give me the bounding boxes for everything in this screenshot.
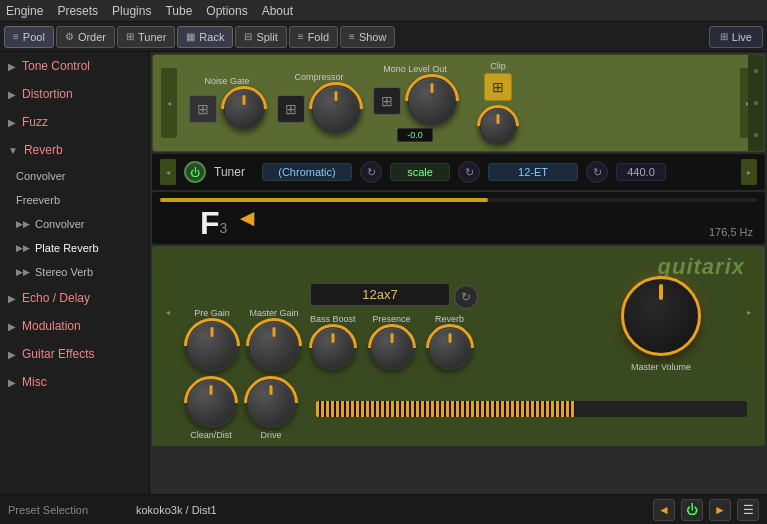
status-icons: ◄ ⏻ ► ☰ xyxy=(653,499,759,521)
menu-about[interactable]: About xyxy=(262,4,293,18)
tuner-cycle-btn-1[interactable]: ↻ xyxy=(360,161,382,183)
menu-plugins[interactable]: Plugins xyxy=(112,4,151,18)
tuner-nav-left[interactable]: ◂ xyxy=(160,159,176,185)
master-volume-label: Master Volume xyxy=(631,362,691,372)
presence-knob-wrap xyxy=(370,326,414,370)
noise-gate-knob-wrap xyxy=(223,88,265,130)
master-volume-area: Master Volume xyxy=(488,276,731,372)
noise-gate-grid-btn[interactable]: ⊞ xyxy=(189,95,217,123)
sidebar-sub-freeverb[interactable]: Freeverb xyxy=(0,188,149,212)
sidebar-item-reverb[interactable]: ▼ Reverb xyxy=(0,136,149,164)
status-bar: Preset Selection kokoko3k / Dist1 ◄ ⏻ ► … xyxy=(0,494,767,524)
pre-gain-knob[interactable] xyxy=(186,320,238,372)
bass-boost-knob[interactable] xyxy=(311,326,355,370)
status-menu-icon[interactable]: ☰ xyxy=(737,499,759,521)
tuner-note-display: F 3 xyxy=(180,205,227,242)
bass-boost-knob-wrap xyxy=(311,326,355,370)
clip-label: Clip xyxy=(490,61,506,71)
tuner-icon: ⊞ xyxy=(126,31,134,42)
tuner-chromatic-select[interactable]: (Chromatic) xyxy=(262,163,352,181)
compressor-knob[interactable] xyxy=(311,84,361,134)
arrow-right-icon-4: ▶ xyxy=(8,293,16,304)
tuner-power-button[interactable]: ⏻ xyxy=(184,161,206,183)
pool-button[interactable]: ≡ Pool xyxy=(4,26,54,48)
show-button[interactable]: ≡ Show xyxy=(340,26,395,48)
fx-side-nav xyxy=(748,55,764,151)
fold-button[interactable]: ≡ Fold xyxy=(289,26,338,48)
clip-knob[interactable] xyxy=(479,107,517,145)
tuner-bar-fill xyxy=(160,198,488,202)
master-volume-knob[interactable] xyxy=(621,276,701,356)
sidebar-item-guitar-effects[interactable]: ▶ Guitar Effects xyxy=(0,340,149,368)
pool-icon: ≡ xyxy=(13,31,19,42)
arrow-right-icon-7: ▶ xyxy=(8,377,16,388)
compressor-grid-btn[interactable]: ⊞ xyxy=(277,95,305,123)
menu-tube[interactable]: Tube xyxy=(165,4,192,18)
mono-level-knob-wrap xyxy=(407,76,457,126)
live-button[interactable]: ⊞ Live xyxy=(709,26,763,48)
master-gain-knob-wrap xyxy=(248,320,300,372)
mono-level-knob[interactable] xyxy=(407,76,457,126)
sidebar-sub-convolver1[interactable]: Convolver xyxy=(0,164,149,188)
pre-gain-knob-wrap xyxy=(186,320,238,372)
order-button[interactable]: ⚙ Order xyxy=(56,26,115,48)
status-power-icon[interactable]: ⏻ xyxy=(681,499,703,521)
presence-knob[interactable] xyxy=(370,326,414,370)
noise-gate-group: Noise Gate ⊞ xyxy=(189,76,265,130)
mono-level-grid-btn[interactable]: ⊞ xyxy=(373,87,401,115)
drive-knob[interactable] xyxy=(246,378,296,428)
split-button[interactable]: ⊟ Split xyxy=(235,26,286,48)
clip-knob-wrap xyxy=(479,107,517,145)
reverb-knob[interactable] xyxy=(428,326,472,370)
guitarix-bottom-row: Clean/Dist Drive xyxy=(160,378,757,440)
tube-cycle-btn[interactable]: ↻ xyxy=(454,285,478,309)
sidebar-item-echo-delay[interactable]: ▶ Echo / Delay xyxy=(0,284,149,312)
compressor-group: Compressor ⊞ xyxy=(277,72,361,134)
status-arrow-right-icon[interactable]: ► xyxy=(709,499,731,521)
db-display: -0.0 xyxy=(397,128,433,142)
arrow-right-icon-2: ▶ xyxy=(8,89,16,100)
guitarix-nav-left[interactable]: ◂ xyxy=(160,252,176,372)
master-gain-group: Master Gain xyxy=(248,308,300,372)
sidebar-item-modulation[interactable]: ▶ Modulation xyxy=(0,312,149,340)
sidebar-item-misc[interactable]: ▶ Misc xyxy=(0,368,149,396)
tuner-nav-right[interactable]: ▸ xyxy=(741,159,757,185)
menu-bar: Engine Presets Plugins Tube Options Abou… xyxy=(0,0,767,22)
menu-engine[interactable]: Engine xyxy=(6,4,43,18)
eq-bar-fill xyxy=(316,401,575,417)
rack-button[interactable]: ▦ Rack xyxy=(177,26,233,48)
clip-group: Clip ⊞ xyxy=(479,61,517,145)
clean-dist-knob[interactable] xyxy=(186,378,236,428)
sidebar-sub-stereo-verb[interactable]: ▶▶ Stereo Verb xyxy=(0,260,149,284)
clip-button[interactable]: ⊞ xyxy=(484,73,512,101)
master-gain-knob[interactable] xyxy=(248,320,300,372)
tuner-hz-display: 440.0 xyxy=(616,163,666,181)
sidebar-sub-convolver2[interactable]: ▶▶ Convolver xyxy=(0,212,149,236)
tube-model-select[interactable]: 12ax7 xyxy=(310,283,450,306)
eq-bar-area xyxy=(316,401,747,417)
preset-value: kokoko3k / Dist1 xyxy=(136,504,645,516)
side-dot-1 xyxy=(754,69,758,73)
content-area: ◂ Noise Gate ⊞ Compressor xyxy=(150,52,767,494)
sidebar-item-distortion[interactable]: ▶ Distortion xyxy=(0,80,149,108)
menu-presets[interactable]: Presets xyxy=(57,4,98,18)
sidebar-sub-plate-reverb[interactable]: ▶▶ Plate Reverb xyxy=(0,236,149,260)
pp-icon-2: ▶▶ xyxy=(16,243,30,253)
fold-icon: ≡ xyxy=(298,31,304,42)
show-icon: ≡ xyxy=(349,31,355,42)
drive-group: Drive xyxy=(246,378,296,440)
tube-select-group: 12ax7 ↻ Bass Boost xyxy=(310,283,478,370)
menu-options[interactable]: Options xyxy=(206,4,247,18)
status-arrow-left-icon[interactable]: ◄ xyxy=(653,499,675,521)
tuner-et-select[interactable]: 12-ET xyxy=(488,163,578,181)
tuner-cycle-btn-2[interactable]: ↻ xyxy=(458,161,480,183)
tuner-scale-select[interactable]: scale xyxy=(390,163,450,181)
noise-gate-knob[interactable] xyxy=(223,88,265,130)
tuner-button[interactable]: ⊞ Tuner xyxy=(117,26,175,48)
sidebar-item-fuzz[interactable]: ▶ Fuzz xyxy=(0,108,149,136)
drive-knob-wrap xyxy=(246,378,296,428)
clean-dist-knob-wrap xyxy=(186,378,236,428)
fx-nav-left[interactable]: ◂ xyxy=(161,68,177,138)
sidebar-item-tone-control[interactable]: ▶ Tone Control xyxy=(0,52,149,80)
tuner-cycle-btn-3[interactable]: ↻ xyxy=(586,161,608,183)
